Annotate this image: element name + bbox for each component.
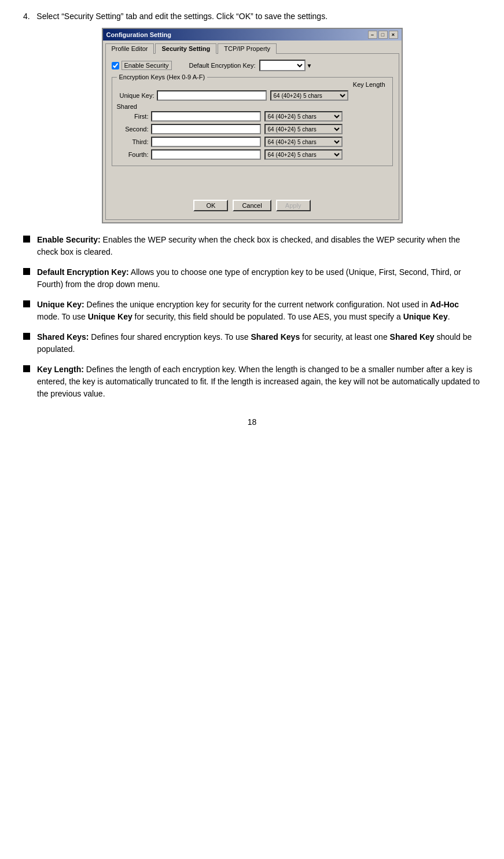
step-number: 4. bbox=[23, 12, 30, 21]
bullet-key-length: Key Length: Defines the length of each e… bbox=[23, 364, 481, 400]
dialog-wrapper: Configuration Setting – □ × Profile Edit… bbox=[23, 28, 481, 223]
default-enc-row: Default Encryption Key: ▼ bbox=[189, 60, 312, 71]
step-heading: 4. Select “Security Setting” tab and edi… bbox=[23, 12, 481, 21]
enable-security-checkbox[interactable] bbox=[112, 62, 119, 69]
bullet-body-1: Enables the WEP security when the check … bbox=[37, 235, 460, 256]
shared-second-row: Second: 64 (40+24) 5 chars bbox=[117, 124, 388, 134]
shared-second-label: Second: bbox=[117, 126, 149, 133]
bullet-unique-key-bold2: Unique Key bbox=[403, 312, 448, 321]
dialog-content: Enable Security Default Encryption Key: … bbox=[105, 53, 399, 220]
bullet-body-3a: Defines the unique encryption key for se… bbox=[84, 300, 431, 309]
enable-security-row: Enable Security bbox=[112, 61, 172, 70]
unique-key-length-select[interactable]: 64 (40+24) 5 chars bbox=[270, 90, 348, 101]
dialog-buttons: OK Cancel Apply bbox=[112, 195, 393, 214]
dialog-tabs: Profile Editor Security Setting TCP/IP P… bbox=[103, 41, 402, 53]
top-row: Enable Security Default Encryption Key: … bbox=[112, 60, 393, 71]
bullet-list: Enable Security: Enables the WEP securit… bbox=[23, 234, 481, 400]
close-button[interactable]: × bbox=[389, 31, 398, 39]
bullet-text-5: Key Length: Defines the length of each e… bbox=[37, 364, 481, 400]
shared-first-input[interactable] bbox=[151, 111, 261, 122]
bullet-body-4b: for security, at least one bbox=[300, 332, 389, 342]
tab-security-setting[interactable]: Security Setting bbox=[155, 43, 216, 54]
enable-security-label: Enable Security bbox=[122, 61, 172, 70]
bullet-body-3c: for security, this field should be popul… bbox=[133, 312, 403, 321]
shared-label-row: Shared bbox=[117, 103, 388, 110]
bullet-term-1: Enable Security: bbox=[37, 235, 101, 244]
enc-keys-legend: Encryption Keys (Hex 0-9 A-F) bbox=[117, 74, 208, 80]
bullet-default-enc: Default Encryption Key: Allows you to ch… bbox=[23, 266, 481, 291]
bullet-enable-security: Enable Security: Enables the WEP securit… bbox=[23, 234, 481, 258]
default-enc-label: Default Encryption Key: bbox=[189, 62, 256, 69]
bullet-square-5 bbox=[23, 365, 30, 372]
key-length-header: Key Length bbox=[117, 81, 388, 88]
shared-fourth-input[interactable] bbox=[151, 149, 261, 160]
bullet-body-5: Defines the length of each encryption ke… bbox=[37, 365, 480, 398]
page-number: 18 bbox=[23, 417, 481, 427]
bullet-unique-key-bold: Unique Key bbox=[88, 312, 133, 321]
dialog-title: Configuration Setting bbox=[106, 31, 171, 38]
shared-first-label: First: bbox=[117, 113, 149, 120]
bullet-term-4: Shared Keys: bbox=[37, 332, 89, 342]
default-enc-dropdown-arrow[interactable]: ▼ bbox=[307, 63, 312, 69]
bullet-text-4: Shared Keys: Defines four shared encrypt… bbox=[37, 331, 481, 355]
bullet-body-3d: . bbox=[448, 312, 450, 321]
shared-fourth-row: Fourth: 64 (40+24) 5 chars bbox=[117, 149, 388, 160]
shared-third-length-select[interactable]: 64 (40+24) 5 chars bbox=[264, 137, 343, 147]
step-text: Select “Security Setting” tab and edit t… bbox=[36, 12, 328, 21]
shared-first-length-select[interactable]: 64 (40+24) 5 chars bbox=[264, 111, 343, 122]
shared-second-input[interactable] bbox=[151, 124, 261, 134]
maximize-button[interactable]: □ bbox=[378, 31, 388, 39]
tab-tcpip-property[interactable]: TCP/IP Property bbox=[218, 43, 277, 54]
bullet-shared-keys: Shared Keys: Defines four shared encrypt… bbox=[23, 331, 481, 355]
bullet-square-2 bbox=[23, 268, 30, 275]
bullet-text-3: Unique Key: Defines the unique encryptio… bbox=[37, 299, 481, 323]
shared-second-length-select[interactable]: 64 (40+24) 5 chars bbox=[264, 124, 343, 134]
bullet-shared-key-bold: Shared Key bbox=[390, 332, 435, 342]
bullet-square-1 bbox=[23, 236, 30, 243]
tab-profile-editor[interactable]: Profile Editor bbox=[105, 43, 154, 54]
ok-button[interactable]: OK bbox=[193, 200, 228, 211]
shared-label: Shared bbox=[117, 103, 137, 110]
shared-first-row: First: 64 (40+24) 5 chars bbox=[117, 111, 388, 122]
shared-third-input[interactable] bbox=[151, 137, 261, 147]
shared-fourth-label: Fourth: bbox=[117, 151, 149, 158]
dialog-titlebar: Configuration Setting – □ × bbox=[103, 29, 402, 41]
enc-keys-group: Encryption Keys (Hex 0-9 A-F) Key Length… bbox=[112, 77, 393, 166]
bullet-square-3 bbox=[23, 300, 30, 307]
minimize-button[interactable]: – bbox=[368, 31, 377, 39]
shared-keys-block: First: 64 (40+24) 5 chars Second: 64 (40… bbox=[117, 111, 388, 160]
shared-fourth-length-select[interactable]: 64 (40+24) 5 chars bbox=[264, 149, 343, 160]
cancel-button[interactable]: Cancel bbox=[233, 200, 271, 211]
bullet-term-3: Unique Key: bbox=[37, 300, 84, 309]
bullet-body-4a: Defines four shared encryption keys. To … bbox=[89, 332, 251, 342]
shared-third-label: Third: bbox=[117, 138, 149, 145]
bullet-square-4 bbox=[23, 333, 30, 340]
titlebar-buttons: – □ × bbox=[368, 31, 398, 39]
default-enc-select[interactable] bbox=[259, 60, 306, 71]
unique-key-label: Unique Key: bbox=[117, 92, 154, 99]
unique-key-input[interactable] bbox=[157, 90, 267, 101]
shared-third-row: Third: 64 (40+24) 5 chars bbox=[117, 137, 388, 147]
key-length-header-label: Key Length bbox=[353, 81, 385, 88]
bullet-body-3b: mode. To use bbox=[37, 312, 88, 321]
bullet-text-2: Default Encryption Key: Allows you to ch… bbox=[37, 266, 481, 291]
bullet-term-5: Key Length: bbox=[37, 365, 84, 374]
bullet-unique-key: Unique Key: Defines the unique encryptio… bbox=[23, 299, 481, 323]
bullet-shared-keys-bold: Shared Keys bbox=[251, 332, 300, 342]
apply-button[interactable]: Apply bbox=[276, 200, 311, 211]
bullet-text-1: Enable Security: Enables the WEP securit… bbox=[37, 234, 481, 258]
unique-key-row: Unique Key: 64 (40+24) 5 chars bbox=[117, 90, 388, 101]
spacer bbox=[112, 172, 393, 195]
config-dialog: Configuration Setting – □ × Profile Edit… bbox=[102, 28, 403, 223]
bullet-adhoc: Ad-Hoc bbox=[430, 300, 459, 309]
bullet-term-2: Default Encryption Key: bbox=[37, 267, 129, 277]
